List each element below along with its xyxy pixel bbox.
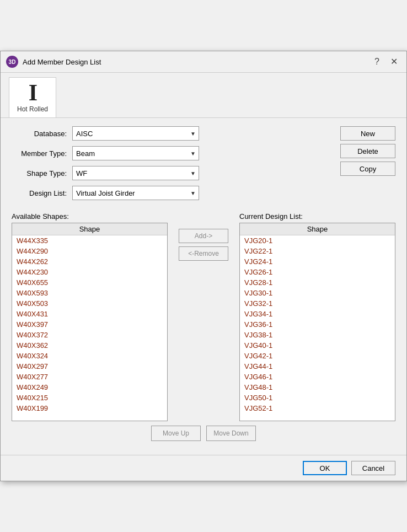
- database-select[interactable]: AISC: [72, 126, 199, 141]
- list-item[interactable]: W40X431: [12, 309, 167, 319]
- list-item[interactable]: W44X230: [12, 267, 167, 277]
- current-design-list-title: Current Design List:: [239, 212, 395, 221]
- bottom-buttons: OK Cancel: [1, 455, 406, 481]
- tab-area: I Hot Rolled: [1, 73, 406, 118]
- side-buttons: New Delete Copy: [340, 126, 395, 176]
- list-item[interactable]: VJG50-1: [240, 393, 395, 403]
- shape-type-select[interactable]: WFChannelAngle: [72, 166, 199, 180]
- available-shapes-section: Available Shapes: Shape W44X335W44X290W4…: [12, 212, 168, 421]
- cancel-button[interactable]: Cancel: [351, 461, 395, 475]
- member-type-select[interactable]: BeamColumnBrace: [72, 146, 199, 160]
- ok-button[interactable]: OK: [303, 461, 347, 475]
- list-item[interactable]: W40X362: [12, 340, 167, 351]
- tab-hot-rolled[interactable]: I Hot Rolled: [9, 77, 56, 117]
- dialog-body: I Hot Rolled Database: AISC: [1, 73, 406, 481]
- current-design-list-section: Current Design List: Shape VJG20-1VJG22-…: [239, 212, 395, 421]
- design-list-select[interactable]: Virtual Joist Girder: [72, 186, 199, 200]
- design-list-row: Design List: Virtual Joist Girder: [12, 186, 329, 200]
- database-row: Database: AISC: [12, 126, 329, 141]
- list-item[interactable]: W40X199: [12, 403, 167, 413]
- list-item[interactable]: VJG44-1: [240, 361, 395, 372]
- list-item[interactable]: W40X503: [12, 298, 167, 309]
- list-item[interactable]: VJG42-1: [240, 351, 395, 361]
- shape-type-label: Shape Type:: [12, 169, 72, 178]
- form-fields: Database: AISC Member Type: BeamColumnBr…: [12, 126, 329, 206]
- list-item[interactable]: VJG38-1: [240, 330, 395, 340]
- hot-rolled-icon: I: [29, 81, 36, 104]
- list-item[interactable]: W40X655: [12, 277, 167, 288]
- list-item[interactable]: VJG22-1: [240, 246, 395, 256]
- list-item[interactable]: VJG52-1: [240, 403, 395, 413]
- middle-buttons: Add-> <-Remove: [179, 212, 228, 261]
- title-bar: 3D Add Member Design List ? ✕: [1, 51, 406, 73]
- list-item[interactable]: VJG20-1: [240, 235, 395, 246]
- dialog-title: Add Member Design List: [23, 58, 371, 66]
- database-select-wrapper: AISC: [72, 126, 199, 141]
- dialog-window: 3D Add Member Design List ? ✕ I Hot Roll…: [0, 51, 407, 481]
- list-item[interactable]: W40X277: [12, 372, 167, 382]
- move-down-button[interactable]: Move Down: [206, 426, 256, 441]
- shape-type-select-wrapper: WFChannelAngle: [72, 166, 199, 180]
- member-type-select-wrapper: BeamColumnBrace: [72, 146, 199, 160]
- list-item[interactable]: VJG28-1: [240, 277, 395, 288]
- available-shapes-header: Shape: [12, 223, 167, 235]
- shape-type-row: Shape Type: WFChannelAngle: [12, 166, 329, 180]
- list-item[interactable]: W40X297: [12, 361, 167, 372]
- list-item[interactable]: W44X262: [12, 256, 167, 267]
- list-item[interactable]: W40X593: [12, 288, 167, 298]
- list-item[interactable]: W40X372: [12, 330, 167, 340]
- available-shapes-list[interactable]: Shape W44X335W44X290W44X262W44X230W40X65…: [12, 223, 168, 421]
- help-button[interactable]: ?: [371, 56, 383, 67]
- design-list-select-wrapper: Virtual Joist Girder: [72, 186, 199, 200]
- add-button[interactable]: Add->: [179, 229, 228, 243]
- delete-button[interactable]: Delete: [340, 144, 395, 158]
- list-item[interactable]: VJG26-1: [240, 267, 395, 277]
- new-button[interactable]: New: [340, 126, 395, 141]
- database-label: Database:: [12, 130, 72, 138]
- list-item[interactable]: W40X249: [12, 382, 167, 393]
- current-design-list[interactable]: Shape VJG20-1VJG22-1VJG24-1VJG26-1VJG28-…: [239, 223, 395, 421]
- list-item[interactable]: VJG34-1: [240, 309, 395, 319]
- move-up-button[interactable]: Move Up: [151, 426, 201, 441]
- title-bar-controls: ? ✕: [371, 56, 401, 67]
- list-item[interactable]: W44X290: [12, 246, 167, 256]
- content-area: Database: AISC Member Type: BeamColumnBr…: [1, 118, 406, 449]
- tab-label: Hot Rolled: [17, 105, 48, 113]
- list-item[interactable]: W40X397: [12, 319, 167, 330]
- member-type-row: Member Type: BeamColumnBrace: [12, 146, 329, 160]
- app-icon: 3D: [6, 56, 18, 68]
- copy-button[interactable]: Copy: [340, 162, 395, 176]
- list-item[interactable]: VJG48-1: [240, 382, 395, 393]
- lists-area: Available Shapes: Shape W44X335W44X290W4…: [12, 212, 395, 421]
- list-item[interactable]: W40X324: [12, 351, 167, 361]
- close-button[interactable]: ✕: [387, 56, 401, 67]
- list-item[interactable]: W40X215: [12, 393, 167, 403]
- list-item[interactable]: VJG40-1: [240, 340, 395, 351]
- list-item[interactable]: VJG36-1: [240, 319, 395, 330]
- form-section: Database: AISC Member Type: BeamColumnBr…: [12, 126, 395, 206]
- move-buttons: Move Up Move Down: [12, 426, 395, 441]
- remove-button[interactable]: <-Remove: [179, 246, 228, 261]
- list-item[interactable]: VJG30-1: [240, 288, 395, 298]
- list-item[interactable]: VJG46-1: [240, 372, 395, 382]
- design-list-label: Design List:: [12, 189, 72, 197]
- list-item[interactable]: W44X335: [12, 235, 167, 246]
- current-design-list-header: Shape: [240, 223, 395, 235]
- member-type-label: Member Type:: [12, 149, 72, 158]
- available-shapes-title: Available Shapes:: [12, 212, 168, 221]
- list-item[interactable]: VJG24-1: [240, 256, 395, 267]
- list-item[interactable]: VJG32-1: [240, 298, 395, 309]
